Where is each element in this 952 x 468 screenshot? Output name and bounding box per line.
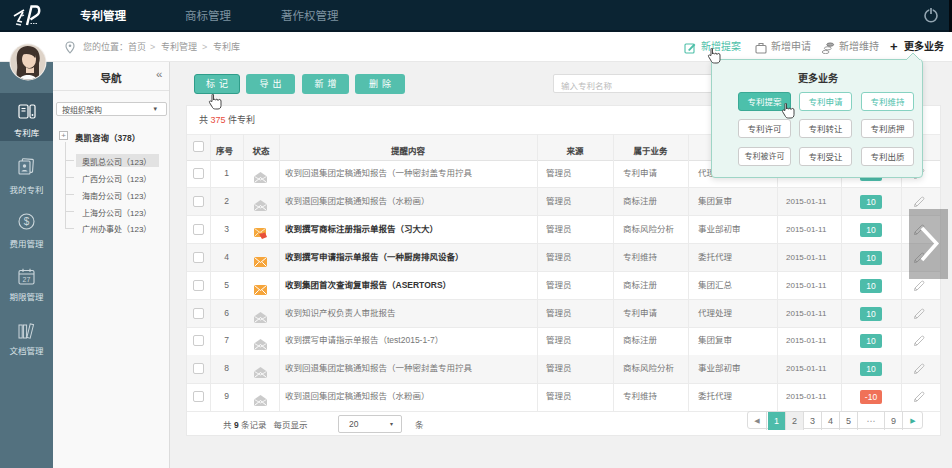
svg-text:$: $ — [24, 216, 30, 227]
svg-text:27: 27 — [23, 276, 31, 283]
